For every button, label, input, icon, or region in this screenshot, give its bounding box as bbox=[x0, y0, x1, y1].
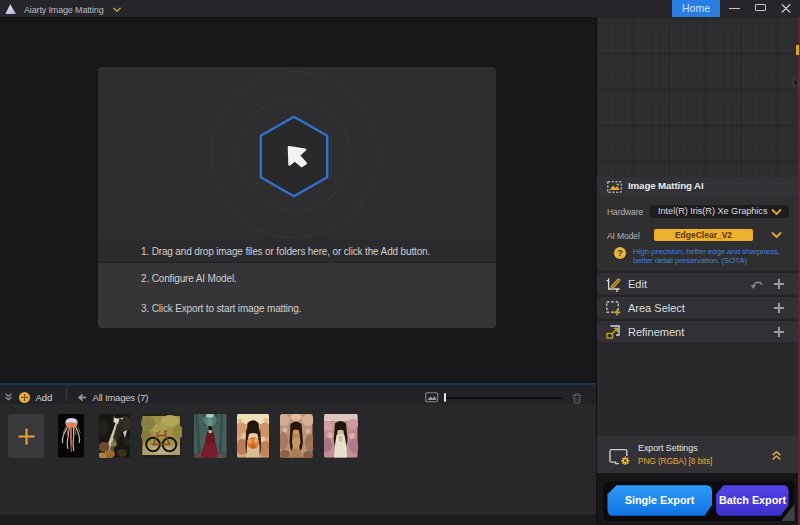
svg-text:Single Export: Single Export bbox=[625, 494, 695, 506]
svg-text:Batch Export: Batch Export bbox=[719, 494, 787, 506]
